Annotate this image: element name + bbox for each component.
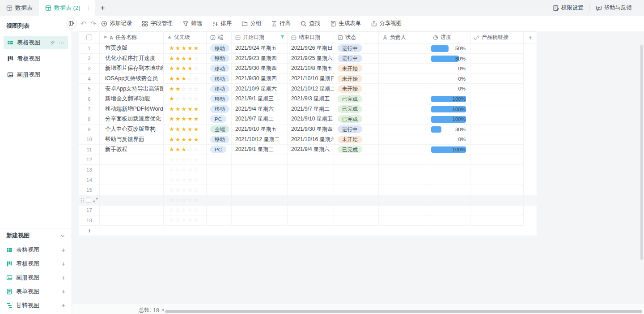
owner-cell[interactable] (379, 94, 429, 104)
sort-button[interactable]: 排序 (207, 16, 237, 31)
rating-stars[interactable]: ★★★☆☆ (167, 146, 199, 152)
help-feedback-button[interactable]: 帮助与反馈 (590, 4, 638, 12)
add-view-button[interactable]: + (61, 288, 65, 295)
create-gantt-view-item[interactable]: 甘特视图 + (0, 298, 72, 312)
link-cell[interactable] (470, 74, 524, 84)
star-empty-icon[interactable]: ☆ (194, 96, 199, 102)
add-view-button[interactable]: + (61, 274, 65, 281)
status-cell[interactable] (334, 165, 379, 175)
star-filled-icon[interactable]: ★ (181, 137, 186, 142)
star-empty-icon[interactable]: ☆ (187, 96, 193, 102)
rating-stars[interactable]: ☆☆☆☆☆ (167, 217, 199, 223)
rating-stars[interactable]: ☆☆☆☆☆ (167, 177, 199, 183)
priority-cell[interactable]: ★★★★★ (164, 125, 207, 135)
end-date-cell[interactable]: 2021/10/10 星期日 (288, 74, 334, 84)
column-header-status[interactable]: 状态 (334, 32, 379, 43)
star-empty-icon[interactable]: ☆ (181, 96, 186, 102)
star-empty-icon[interactable]: ☆ (181, 157, 186, 163)
star-empty-icon[interactable]: ☆ (194, 177, 199, 183)
sidebar-item-gallery-view[interactable]: 画册视图 (4, 68, 68, 82)
add-record-row-plus[interactable]: + (79, 227, 100, 234)
status-cell[interactable]: 未开始 (334, 74, 379, 84)
progress-cell[interactable]: 100% (429, 145, 470, 155)
owner-cell[interactable] (379, 114, 429, 125)
link-cell[interactable] (470, 104, 524, 115)
platform-cell[interactable]: PC (207, 145, 232, 155)
row-number-cell[interactable]: 12 (79, 155, 100, 165)
link-cell[interactable] (470, 215, 524, 226)
platform-cell[interactable]: 移动 (207, 64, 232, 74)
star-empty-icon[interactable]: ☆ (175, 157, 181, 163)
owner-cell[interactable] (379, 54, 429, 64)
start-date-cell[interactable] (232, 206, 288, 216)
star-empty-icon[interactable]: ☆ (181, 207, 186, 213)
owner-cell[interactable] (379, 206, 429, 216)
priority-cell[interactable]: ☆☆☆☆☆ (164, 185, 207, 195)
progress-cell[interactable] (429, 155, 470, 165)
column-header-start-date[interactable]: 开始日期 (232, 32, 288, 43)
link-cell[interactable] (470, 54, 524, 64)
end-date-cell[interactable]: 2021/9/26 星期日 (288, 43, 334, 54)
permission-settings-button[interactable]: 权限设置 (547, 4, 589, 12)
end-date-cell[interactable] (288, 195, 334, 206)
platform-cell[interactable] (207, 185, 232, 195)
star-empty-icon[interactable]: ☆ (194, 187, 199, 193)
progress-cell[interactable]: 100% (429, 104, 470, 115)
star-empty-icon[interactable]: ☆ (194, 197, 199, 203)
link-cell[interactable] (470, 43, 524, 54)
rating-stars[interactable]: ☆☆☆☆☆ (167, 197, 199, 203)
column-header-priority[interactable]: ★ 优先级 (164, 32, 207, 43)
column-header-owner[interactable]: 负责人 (379, 32, 429, 43)
star-filled-icon[interactable]: ★ (194, 137, 199, 142)
task-name-cell[interactable]: 移动端新增PDF转Word功能 (100, 104, 164, 115)
star-filled-icon[interactable]: ★ (187, 65, 193, 71)
owner-cell[interactable] (379, 175, 429, 185)
priority-cell[interactable]: ☆☆☆☆☆ (164, 206, 207, 216)
start-date-cell[interactable]: 2021/9/1 星期三 (232, 145, 288, 155)
progress-cell[interactable] (429, 215, 470, 226)
star-filled-icon[interactable]: ★ (175, 65, 181, 71)
rating-stars[interactable]: ★★☆☆☆ (167, 86, 199, 92)
end-date-cell[interactable]: 2021/9/7 星期二 (288, 104, 334, 115)
end-date-cell[interactable] (288, 175, 334, 185)
owner-cell[interactable] (379, 145, 429, 155)
star-filled-icon[interactable]: ★ (169, 137, 174, 142)
star-empty-icon[interactable]: ☆ (187, 187, 193, 193)
priority-cell[interactable]: ★★★★☆ (164, 64, 207, 74)
link-cell[interactable] (470, 155, 524, 165)
star-filled-icon[interactable]: ★ (181, 146, 186, 152)
platform-cell[interactable]: 全端 (207, 125, 232, 135)
platform-cell[interactable]: 移动 (207, 104, 232, 115)
star-filled-icon[interactable]: ★ (181, 45, 186, 51)
star-filled-icon[interactable]: ★ (187, 126, 193, 132)
end-date-cell[interactable]: 2021/10/12 星期二 (288, 84, 334, 94)
star-filled-icon[interactable]: ★ (175, 146, 181, 152)
link-cell[interactable] (470, 114, 524, 125)
end-date-cell[interactable] (288, 206, 334, 216)
status-cell[interactable]: 未开始 (334, 84, 379, 94)
row-number-cell[interactable]: 15 (79, 185, 100, 195)
owner-cell[interactable] (379, 165, 429, 175)
status-cell[interactable]: 已完成 (334, 94, 379, 104)
star-filled-icon[interactable]: ★ (169, 86, 174, 92)
star-empty-icon[interactable]: ☆ (181, 86, 186, 92)
task-name-cell[interactable]: 安卓App支持导出高清图片 (100, 84, 164, 94)
star-filled-icon[interactable]: ★ (169, 96, 174, 102)
select-all-checkbox[interactable] (86, 34, 92, 40)
end-date-cell[interactable]: 2021/9/4 星期六 (288, 145, 334, 155)
star-empty-icon[interactable]: ☆ (175, 167, 181, 172)
star-filled-icon[interactable]: ★ (169, 146, 174, 152)
link-cell[interactable] (470, 125, 524, 135)
star-filled-icon[interactable]: ★ (169, 76, 174, 82)
star-filled-icon[interactable]: ★ (181, 76, 186, 82)
row-number-cell[interactable]: 3 (79, 64, 100, 74)
row-height-button[interactable]: A 行高 (266, 16, 296, 31)
progress-cell[interactable] (429, 175, 470, 185)
star-empty-icon[interactable]: ☆ (187, 177, 193, 183)
platform-cell[interactable] (207, 155, 232, 165)
status-cell[interactable]: 未开始 (334, 64, 379, 74)
platform-cell[interactable]: 移动 (207, 134, 232, 145)
star-filled-icon[interactable]: ★ (175, 56, 181, 61)
status-cell[interactable]: 进行中 (334, 43, 379, 54)
start-date-cell[interactable]: 2021/9/30 星期四 (232, 74, 288, 84)
